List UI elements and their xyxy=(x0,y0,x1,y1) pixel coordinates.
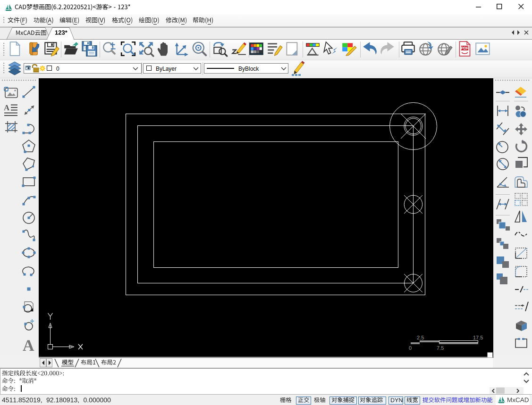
svg-text:2.5: 2.5 xyxy=(417,335,424,340)
svg-text:17.5: 17.5 xyxy=(473,335,483,340)
svg-text:PDF: PDF xyxy=(461,46,469,50)
svg-text:0: 0 xyxy=(409,345,412,351)
svg-text:7.5: 7.5 xyxy=(437,345,444,351)
